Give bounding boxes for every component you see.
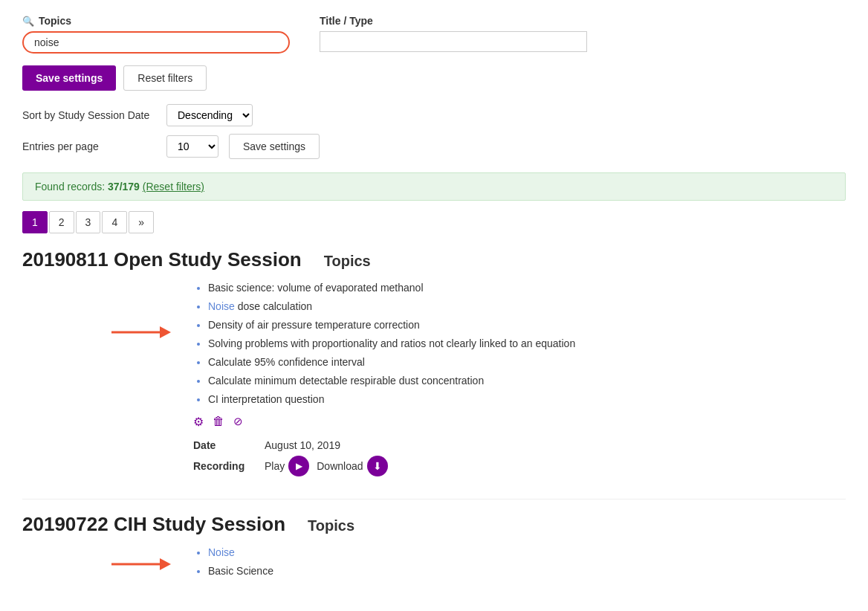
page-3-button[interactable]: 3 bbox=[76, 211, 101, 233]
play-label: Play bbox=[265, 460, 285, 472]
download-arrow-icon: ⬇ bbox=[373, 460, 382, 472]
date-value: August 10, 2019 bbox=[265, 439, 340, 451]
recording-label: Recording bbox=[193, 460, 253, 472]
download-circle-icon[interactable]: ⬇ bbox=[367, 456, 388, 476]
search-icon: 🔍 bbox=[22, 16, 34, 27]
found-count: 37/179 bbox=[108, 181, 140, 193]
filter-buttons-row: Save settings Reset filters bbox=[22, 65, 846, 91]
session-1-topics-heading: Topics bbox=[324, 253, 371, 270]
page-4-button[interactable]: 4 bbox=[102, 211, 127, 233]
topics-search-input[interactable] bbox=[22, 31, 290, 54]
arrow-right-icon bbox=[111, 323, 171, 341]
entries-label: Entries per page bbox=[22, 140, 156, 152]
noise-link-2[interactable]: Noise bbox=[208, 546, 235, 558]
trash-icon[interactable]: 🗑 bbox=[213, 415, 224, 429]
list-item: Calculate 95% confidence interval bbox=[208, 355, 846, 370]
arrow-right-icon-2 bbox=[111, 555, 171, 573]
page-next-button[interactable]: » bbox=[129, 211, 154, 233]
sort-label: Sort by Study Session Date bbox=[22, 109, 156, 121]
entries-save-button[interactable]: Save settings bbox=[229, 134, 320, 159]
date-label: Date bbox=[193, 439, 253, 451]
pagination: 1 2 3 4 » bbox=[22, 211, 846, 233]
title-type-label: Title / Type bbox=[320, 15, 587, 27]
gear-icon[interactable]: ⚙ bbox=[193, 415, 204, 429]
study-session-2: 20190722 CIH Study Session Topics Noise … bbox=[22, 513, 846, 586]
list-item: Basic science: volume of evaporated meth… bbox=[208, 280, 846, 296]
session-2-topics-heading: Topics bbox=[308, 517, 354, 534]
list-item: Density of air pressure temperature corr… bbox=[208, 317, 846, 333]
reset-filters-link[interactable]: (Reset filters) bbox=[143, 181, 204, 193]
session-2-title: 20190722 CIH Study Session bbox=[22, 513, 285, 536]
sort-select[interactable]: Ascending Descending bbox=[166, 104, 253, 126]
download-button[interactable]: Download ⬇ bbox=[317, 456, 387, 476]
session-1-meta: Date August 10, 2019 Recording Play ▶ bbox=[193, 439, 846, 476]
session-1-actions: ⚙ 🗑 ⊘ bbox=[193, 415, 846, 429]
save-settings-button[interactable]: Save settings bbox=[22, 65, 116, 91]
svg-marker-3 bbox=[160, 558, 171, 570]
ban-icon[interactable]: ⊘ bbox=[233, 415, 243, 429]
study-session-1: 20190811 Open Study Session Topics Basic… bbox=[22, 248, 846, 476]
play-circle-icon[interactable]: ▶ bbox=[288, 456, 309, 476]
svg-marker-1 bbox=[160, 326, 171, 338]
settings-section: Sort by Study Session Date Ascending Des… bbox=[22, 104, 846, 159]
recording-buttons: Play ▶ Download ⬇ bbox=[265, 456, 388, 476]
found-records-bar: Found records: 37/179 (Reset filters) bbox=[22, 172, 846, 201]
session-1-title: 20190811 Open Study Session bbox=[22, 248, 302, 271]
list-item: Solving problems with proportionality an… bbox=[208, 336, 846, 352]
list-item: CI interpretation question bbox=[208, 392, 846, 407]
page-1-button[interactable]: 1 bbox=[22, 211, 48, 233]
reset-filters-button[interactable]: Reset filters bbox=[123, 65, 207, 91]
session-2-topics-list: Noise Basic Science bbox=[193, 545, 846, 579]
play-button[interactable]: Play ▶ bbox=[265, 456, 309, 476]
entries-select[interactable]: 10 25 50 bbox=[166, 135, 218, 158]
noise-link-1[interactable]: Noise bbox=[208, 300, 235, 312]
list-item: Basic Science bbox=[208, 563, 846, 579]
play-triangle-icon: ▶ bbox=[296, 461, 302, 471]
list-item: Calculate minimum detectable respirable … bbox=[208, 373, 846, 389]
list-item: Noise dose calculation bbox=[208, 299, 846, 314]
page-2-button[interactable]: 2 bbox=[49, 211, 74, 233]
title-type-input[interactable] bbox=[320, 31, 587, 52]
session-1-topics-list: Basic science: volume of evaporated meth… bbox=[193, 280, 846, 407]
topics-filter-label: 🔍 Topics bbox=[22, 15, 290, 27]
download-label: Download bbox=[317, 460, 363, 472]
list-item: Noise bbox=[208, 545, 846, 560]
